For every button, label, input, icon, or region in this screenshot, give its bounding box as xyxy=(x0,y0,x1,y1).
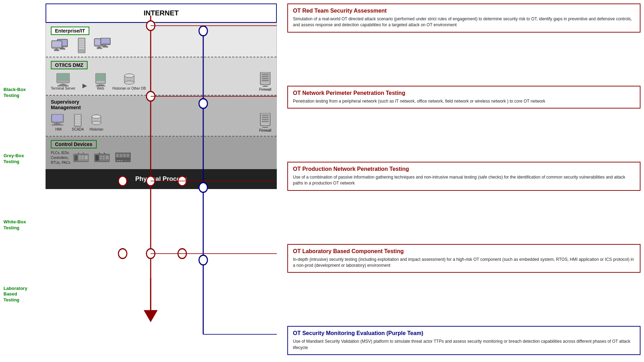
grey-box-label: Grey-BoxTesting xyxy=(4,153,46,165)
svg-rect-13 xyxy=(79,43,84,45)
right-panel: OT Red Team Security Assessment Simulati… xyxy=(277,4,640,358)
black-box-label: Black-BoxTesting xyxy=(4,87,46,99)
svg-rect-45 xyxy=(262,80,269,81)
network-perimeter-title: OT Network Perimeter Penetration Testing xyxy=(293,90,635,96)
svg-point-62 xyxy=(92,115,101,118)
physical-process: Physical Process xyxy=(46,169,277,189)
svg-rect-82 xyxy=(100,158,102,159)
svg-rect-20 xyxy=(97,48,102,49)
plc-device-1 xyxy=(73,153,89,163)
production-network-title: OT Production Network Penetration Testin… xyxy=(293,166,635,172)
terminal-server: Terminal Server xyxy=(51,73,75,90)
svg-rect-42 xyxy=(262,74,269,75)
svg-rect-22 xyxy=(101,39,110,43)
terminal-server-label: Terminal Server xyxy=(51,86,75,90)
svg-rect-50 xyxy=(56,123,59,124)
svg-rect-54 xyxy=(75,115,81,117)
svg-point-87 xyxy=(104,153,105,154)
physical-process-label: Physical Process xyxy=(135,175,187,182)
svg-rect-57 xyxy=(75,121,81,123)
network-perimeter-text: Penetration testing from a peripheral ne… xyxy=(293,98,635,104)
svg-rect-52 xyxy=(52,124,63,126)
svg-rect-65 xyxy=(262,117,269,118)
hmi-device: HMI xyxy=(51,114,66,131)
supervisory-label: Supervisory Management xyxy=(51,99,272,110)
historian-label: Historian xyxy=(89,127,103,131)
svg-marker-117 xyxy=(144,310,158,322)
svg-rect-66 xyxy=(262,119,269,120)
enterprise-server xyxy=(75,38,88,53)
svg-rect-24 xyxy=(103,46,108,47)
red-team-box: OT Red Team Security Assessment Simulati… xyxy=(287,4,640,33)
svg-rect-47 xyxy=(262,86,268,87)
svg-rect-11 xyxy=(79,39,84,41)
svg-rect-15 xyxy=(79,48,84,49)
enterprise-computers-2 xyxy=(94,38,111,53)
svg-rect-49 xyxy=(52,115,63,121)
security-monitoring-title: OT Security Monitoring Evaluation (Purpl… xyxy=(293,330,635,336)
svg-rect-6 xyxy=(52,41,61,47)
svg-point-109 xyxy=(178,249,186,259)
dmz-label: OT/ICS DMZ xyxy=(51,61,88,69)
svg-rect-4 xyxy=(60,49,66,50)
svg-rect-14 xyxy=(79,46,84,47)
svg-point-108 xyxy=(146,249,155,259)
svg-rect-7 xyxy=(55,48,57,49)
svg-point-96 xyxy=(121,160,122,161)
svg-rect-25 xyxy=(103,47,108,48)
svg-rect-23 xyxy=(104,45,106,46)
svg-point-78 xyxy=(83,153,84,154)
supervisory-layer: Supervisory Management xyxy=(46,96,276,137)
diagram-area: INTERNET Enterprise/IT xyxy=(46,4,277,358)
production-network-text: Use of a combination of passive informat… xyxy=(293,174,635,187)
svg-rect-43 xyxy=(262,76,269,77)
svg-point-94 xyxy=(117,160,118,161)
svg-point-107 xyxy=(118,249,127,259)
enterprise-computers-1 xyxy=(51,38,70,53)
svg-rect-46 xyxy=(264,85,267,86)
dmz-devices: Terminal Server ► xyxy=(51,73,255,90)
svg-point-110 xyxy=(199,255,207,265)
info-boxes-container: OT Red Team Security Assessment Simulati… xyxy=(287,4,640,355)
lab-component-box: OT Laboratory Based Component Testing In… xyxy=(287,244,640,273)
enterprise-content xyxy=(51,38,272,53)
svg-rect-9 xyxy=(54,50,60,51)
internet-label: INTERNET xyxy=(144,9,179,17)
svg-rect-81 xyxy=(100,156,102,157)
svg-rect-67 xyxy=(262,121,269,122)
firewall-supervisory-label: Firewall xyxy=(259,128,271,132)
svg-rect-18 xyxy=(98,46,100,47)
svg-rect-29 xyxy=(60,84,67,85)
lab-component-text: In-depth (intrusive) security testing (i… xyxy=(293,257,635,269)
network-perimeter-box: OT Network Perimeter Penetration Testing… xyxy=(287,86,640,109)
historian-other-label: Historian or Other DB xyxy=(112,86,146,90)
enterprise-devices xyxy=(51,38,272,53)
svg-rect-12 xyxy=(79,41,84,43)
supervisory-content: HMI SCADA xyxy=(51,113,272,132)
white-box-label: White-BoxTesting xyxy=(4,219,46,231)
svg-point-39 xyxy=(124,81,134,84)
svg-rect-69 xyxy=(262,127,268,128)
svg-rect-28 xyxy=(62,83,64,84)
svg-rect-19 xyxy=(97,47,102,48)
main-container: Black-BoxTesting Grey-BoxTesting White-B… xyxy=(0,0,644,362)
arrow-right: ► xyxy=(81,81,89,90)
svg-rect-32 xyxy=(96,74,105,81)
dmz-layer: OT/ICS DMZ Terminal Serve xyxy=(46,57,276,96)
hmi-label: HMI xyxy=(55,127,62,131)
web-label: Web xyxy=(97,86,104,90)
control-sublabel: PLCs, IEDs Controllers, RTUs, PACs xyxy=(51,151,70,165)
security-monitoring-text: Use of Mandiant Security Validation (MSV… xyxy=(293,339,635,351)
svg-rect-8 xyxy=(54,49,59,50)
svg-rect-84 xyxy=(103,158,105,159)
left-labels: Black-BoxTesting Grey-BoxTesting White-B… xyxy=(4,4,46,358)
enterprise-layer: Enterprise/IT xyxy=(46,23,276,57)
svg-rect-34 xyxy=(99,84,102,85)
firewall-supervisory: Firewall xyxy=(259,113,272,132)
svg-rect-51 xyxy=(54,124,61,124)
svg-rect-55 xyxy=(75,117,81,119)
security-monitoring-box: OT Security Monitoring Evaluation (Purpl… xyxy=(287,326,640,355)
svg-rect-93 xyxy=(116,158,130,160)
scada-label: SCADA xyxy=(72,127,84,131)
svg-rect-74 xyxy=(82,156,84,157)
